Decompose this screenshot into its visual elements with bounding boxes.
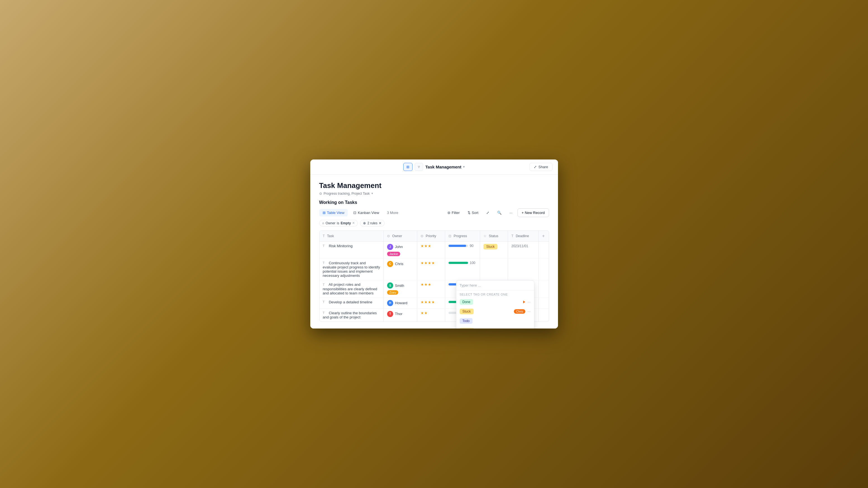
owner-cell-content-5: T Thor (387, 311, 413, 317)
avatar-howard: H (387, 300, 393, 306)
breadcrumb-text: Progress tracking, Project Task (324, 192, 370, 195)
deadline-cell-2 (508, 258, 539, 280)
owner-col-icon: ⊙ (387, 234, 390, 238)
owner-name-3: Smith (395, 283, 404, 288)
col-owner-label: Owner (392, 234, 402, 238)
more-options-icon: ··· (509, 211, 513, 215)
priority-cell-5: ★★ (417, 308, 445, 322)
priority-cell-3: ★★★ (417, 280, 445, 298)
breadcrumb-chevron: ▾ (371, 192, 373, 195)
dropdown-item-done[interactable]: Done ··· (456, 297, 534, 307)
dropdown-search-input[interactable]: Typer here ... (456, 280, 534, 291)
owner-name-5: Thor (395, 312, 402, 316)
expand-button[interactable]: ⤢ (484, 209, 492, 216)
three-dots-stuck[interactable]: ··· (528, 309, 530, 313)
owner-cell-5: T Thor (384, 308, 417, 322)
extra-cell-2 (539, 258, 549, 280)
table-header-row: T Task ⊙ Owner ⊙ Priority (319, 231, 549, 242)
task-name-1: Risk Minitoring (329, 244, 352, 248)
progress-col-icon: ⊡ (448, 234, 451, 238)
new-record-button[interactable]: + New Record (518, 208, 549, 217)
play-arrow-icon-done (523, 301, 525, 303)
dropdown-item-stuck[interactable]: Stuck Chris ··· (456, 307, 534, 316)
sort-button[interactable]: ⇅ Sort (465, 209, 481, 216)
col-header-owner: ⊙ Owner (384, 231, 417, 242)
progress-cell-1: 90 (445, 241, 480, 258)
task-cell-2: T Continuously track and evaluate projec… (319, 258, 384, 280)
task-col-icon: T (323, 234, 325, 238)
table-view-nav-btn[interactable]: ⊞ (403, 163, 412, 171)
extra-cell-1 (539, 241, 549, 258)
progress-num-2: 100 (470, 261, 476, 265)
share-button[interactable]: ⤢ Share (529, 163, 552, 171)
task-type-icon-5: T (323, 311, 327, 315)
status-badge-1[interactable]: Stuck (484, 244, 497, 249)
task-type-icon-4: T (323, 300, 327, 304)
toolbar: ⊞ Table View ⊡ Kanban View 3 More ⊜ Filt… (319, 208, 549, 217)
task-name-4: Develop a detailed timeline (329, 300, 372, 304)
progress-num-1: 90 (470, 244, 476, 248)
share-label: Share (538, 165, 548, 169)
status-dropdown: Typer here ... Select tag or create one … (456, 280, 534, 329)
progress-bar-container-2: 100 (448, 261, 476, 265)
dropdown-item-done-left: Done (460, 299, 473, 305)
table-row: T Continuously track and evaluate projec… (319, 258, 549, 280)
top-nav: ⊞ ⑂ Task Management ▾ ⤢ Share (310, 159, 558, 175)
task-type-icon-2: T (323, 261, 327, 265)
rules-chip[interactable]: ⊕ 2 rules ✕ (360, 220, 384, 226)
col-header-deadline: T Deadline (508, 231, 539, 242)
search-button[interactable]: 🔍 (494, 209, 504, 216)
dropdown-item-stuck-left: Stuck (460, 309, 474, 314)
more-options-button[interactable]: ··· (506, 209, 515, 216)
kanban-view-icon: ⊡ (353, 211, 356, 215)
avatar-chris: C (387, 261, 393, 267)
more-views-btn[interactable]: 3 More (385, 209, 401, 216)
task-cell-1: T Risk Minitoring (319, 241, 384, 258)
deadline-1: 2023/11/01 (512, 244, 528, 248)
branch-icon: ⑂ (418, 165, 420, 169)
kanban-view-label: Kanban View (358, 211, 379, 215)
filter-button[interactable]: ⊜ Filter (444, 209, 463, 216)
empty-label: Empty (341, 221, 351, 225)
page-title-nav: Task Management ▾ (425, 164, 465, 169)
owner-cell-1: J John Jackie (384, 241, 417, 258)
table-view-label: Table View (327, 211, 345, 215)
avatar-john: J (387, 244, 393, 250)
dropdown-status-doing: Doing (460, 328, 474, 329)
task-type-icon-3: T (323, 283, 327, 287)
dropdown-item-todo[interactable]: Todo (456, 316, 534, 326)
status-cell-1[interactable]: Stuck (480, 241, 508, 258)
add-column-button[interactable]: + (542, 234, 545, 239)
progress-cell-2: 100 (445, 258, 480, 280)
col-header-progress: ⊡ Progress (445, 231, 480, 242)
kanban-view-tab[interactable]: ⊡ Kanban View (350, 209, 382, 216)
deadline-col-icon: T (512, 234, 513, 238)
page-heading: Task Management (319, 181, 549, 190)
table-row: T Risk Minitoring J John Jackie (319, 241, 549, 258)
dropdown-status-done: Done (460, 299, 473, 305)
avatar-smith: S (387, 282, 393, 288)
priority-cell-2: ★★★★ (417, 258, 445, 280)
branch-view-nav-btn[interactable]: ⑂ (415, 163, 423, 171)
three-dots-done[interactable]: ··· (528, 300, 530, 304)
rules-close[interactable]: ✕ (379, 221, 381, 225)
table-view-tab[interactable]: ⊞ Table View (319, 209, 348, 216)
table-view-icon: ⊞ (322, 211, 326, 215)
owner-filter-close[interactable]: ✕ (352, 221, 355, 225)
search-icon: 🔍 (497, 211, 502, 215)
sort-label: Sort (472, 211, 478, 215)
is-label: is (337, 221, 339, 225)
priority-stars-5: ★★ (421, 311, 428, 315)
task-name-2: Continuously track and evaluate project … (323, 261, 380, 278)
owner-cell-content-3: S Smith Zoey (387, 282, 413, 295)
rules-icon: ⊕ (363, 221, 366, 225)
owner-cell-content-1: J John Jackie (387, 244, 413, 256)
owner-filter-chip[interactable]: ○ Owner is Empty ✕ (319, 220, 358, 226)
owner-filter-label: Owner (326, 221, 335, 225)
priority-cell-1: ★★★ (417, 241, 445, 258)
owner-name-1: John (395, 245, 403, 249)
new-record-label: + New Record (522, 211, 545, 215)
dropdown-item-doing[interactable]: Doing (456, 326, 534, 329)
task-name-5: Clearly outline the boundaries and goals… (323, 311, 377, 319)
priority-stars-2: ★★★★ (421, 261, 435, 265)
